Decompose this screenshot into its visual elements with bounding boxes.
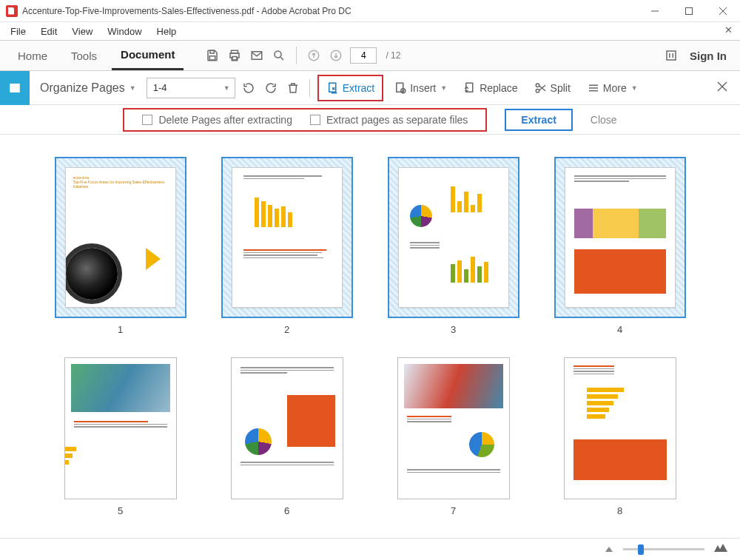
organize-pages-label: Organize Pages [40,81,125,95]
extract-options-highlight: Delete Pages after extracting Extract pa… [123,108,487,132]
menu-view[interactable]: View [64,24,100,38]
status-bar [0,538,740,560]
page-thumbnail[interactable]: 8 [544,357,696,516]
toolbar-separator [296,47,297,64]
delete-icon[interactable] [284,79,302,97]
email-icon[interactable] [249,47,265,64]
page-down-icon[interactable] [328,47,344,64]
chevron-down-icon: ▼ [223,84,230,92]
page-number-label: 8 [617,505,622,516]
svg-rect-4 [210,50,214,53]
toolbar-separator [309,79,310,97]
page-number-input[interactable] [350,47,377,64]
thumbnail-selected: accentureTop-Five Focus Areas for Improv… [55,157,186,318]
page-up-icon[interactable] [306,47,322,64]
pages-grid: accentureTop-Five Focus Areas for Improv… [0,135,740,538]
extract-label: Extract [343,82,375,94]
menu-window[interactable]: Window [100,24,149,38]
tab-home[interactable]: Home [9,42,56,70]
organize-toolbar: Organize Pages ▼ 1-4 ▼ Extract Insert ▼ … [0,71,740,105]
thumbnail-selected [388,157,519,318]
extract-tool-button[interactable]: Extract [317,75,384,101]
page-number-label: 3 [451,324,456,335]
extract-button[interactable]: Extract [505,109,572,131]
chevron-down-icon: ▼ [631,84,638,92]
delete-after-checkbox[interactable]: Delete Pages after extracting [142,114,292,126]
svg-rect-13 [667,51,676,60]
checkbox-icon [142,115,152,125]
page-range-input[interactable]: 1-4 ▼ [147,78,235,98]
svg-point-22 [536,84,539,87]
thumbnail [64,357,177,499]
svg-rect-1 [686,8,693,15]
extract-options-bar: Delete Pages after extracting Extract pa… [0,105,740,135]
insert-label: Insert [410,82,436,94]
thumbnail-selected [554,157,686,318]
replace-tool-button[interactable]: Replace [457,81,523,95]
rotate-ccw-icon[interactable] [240,79,258,97]
main-toolbar: Home Tools Document / 12 Sign In [0,40,740,71]
page-thumbnail[interactable]: 6 [211,357,363,516]
menu-bar: File Edit View Window Help ✕ [0,22,740,40]
chevron-down-icon: ▼ [130,84,136,92]
rotate-cw-icon[interactable] [262,79,280,97]
page-range-value: 1-4 [153,82,167,93]
window-title: Accenture-Top-Five-Improvements-Sales-Ef… [22,6,352,16]
insert-tool-button[interactable]: Insert ▼ [388,81,453,95]
menu-edit[interactable]: Edit [33,24,64,38]
page-total-label: / 12 [386,50,400,61]
sign-in-link[interactable]: Sign In [685,50,731,62]
more-label: More [603,82,627,94]
page-number-label: 6 [284,505,289,516]
svg-rect-7 [232,57,237,61]
page-number-label: 1 [118,324,123,335]
menu-help[interactable]: Help [149,24,184,38]
svg-line-10 [281,57,284,60]
zoom-out-icon[interactable] [604,544,614,555]
page-thumbnail[interactable]: accentureTop-Five Focus Areas for Improv… [44,157,196,335]
page-thumbnail[interactable]: 5 [44,357,196,516]
page-thumbnail[interactable]: 7 [377,357,529,516]
svg-point-9 [275,51,281,58]
page-number-label: 4 [617,324,622,335]
thumbnail-selected [221,157,353,318]
minimize-button[interactable] [638,0,672,22]
page-number-label: 7 [451,505,456,516]
title-bar: Accenture-Top-Five-Improvements-Sales-Ef… [0,0,740,22]
split-label: Split [551,82,571,94]
delete-after-label: Delete Pages after extracting [158,114,292,126]
page-thumbnail[interactable]: 3 [377,157,529,335]
svg-rect-5 [210,56,216,60]
svg-rect-17 [16,84,19,92]
search-icon[interactable] [271,47,287,64]
thumbnail [231,357,343,499]
close-link[interactable]: Close [591,114,617,126]
separate-files-label: Extract pages as separate files [326,114,468,126]
page-number-label: 5 [118,505,123,516]
zoom-slider[interactable] [623,548,704,550]
svg-rect-16 [10,84,14,92]
rhp-toggle-icon[interactable] [663,47,679,64]
page-thumbnail[interactable]: 4 [544,157,696,335]
svg-point-23 [536,89,539,92]
tab-document[interactable]: Document [112,41,184,70]
zoom-in-icon[interactable] [713,543,728,556]
organize-pages-dropdown[interactable]: Organize Pages ▼ [34,81,142,95]
separate-files-checkbox[interactable]: Extract pages as separate files [310,114,468,126]
slider-knob[interactable] [638,544,644,555]
close-window-button[interactable] [706,0,740,22]
split-tool-button[interactable]: Split [528,81,576,95]
acrobat-icon [6,5,18,17]
organize-pages-tab-icon[interactable] [0,71,30,105]
maximize-button[interactable] [672,0,706,22]
menu-file[interactable]: File [3,24,33,38]
save-icon[interactable] [204,47,221,64]
more-tool-button[interactable]: More ▼ [581,81,644,95]
page-thumbnail[interactable]: 2 [211,157,363,335]
tab-tools[interactable]: Tools [62,42,106,70]
chevron-down-icon: ▼ [440,84,447,92]
close-panel-button[interactable] [716,81,728,95]
menubar-close-icon[interactable]: ✕ [724,24,733,36]
print-icon[interactable] [226,47,243,64]
page-number-label: 2 [284,324,289,335]
